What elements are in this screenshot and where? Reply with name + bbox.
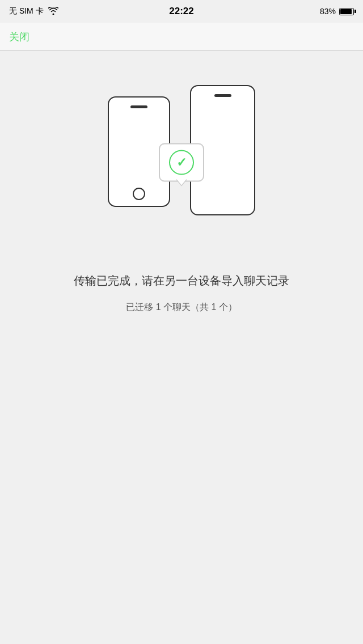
time-display: 22:22 [169,6,193,17]
status-bar: 无 SIM 卡 22:22 83% [0,0,363,23]
transfer-illustration: ✓ [96,85,267,244]
bubble-body: ✓ [159,143,204,182]
sub-message-text: 已迁移 1 个聊天（共 1 个） [23,300,340,314]
check-bubble: ✓ [159,143,204,186]
text-section: 传输已完成，请在另一台设备导入聊天记录 已迁移 1 个聊天（共 1 个） [0,272,363,314]
carrier-text: 无 SIM 卡 [9,6,44,16]
main-content: ✓ 传输已完成，请在另一台设备导入聊天记录 已迁移 1 个聊天（共 1 个） [0,51,363,314]
close-button[interactable]: 关闭 [9,26,29,48]
bubble-tail-inner [176,179,187,185]
phone-left-home [133,188,145,200]
battery-icon [339,8,354,15]
battery-fill [340,9,352,14]
check-circle-icon: ✓ [169,150,194,175]
status-left: 无 SIM 卡 [9,6,58,16]
phone-right-speaker [214,94,231,97]
wifi-icon [48,7,58,16]
nav-bar: 关闭 [0,23,363,51]
phone-left-speaker [130,105,147,108]
battery-percent-text: 83% [320,7,336,16]
main-message-text: 传输已完成，请在另一台设备导入聊天记录 [23,272,340,289]
status-right: 83% [320,7,354,16]
checkmark-icon: ✓ [176,156,187,169]
